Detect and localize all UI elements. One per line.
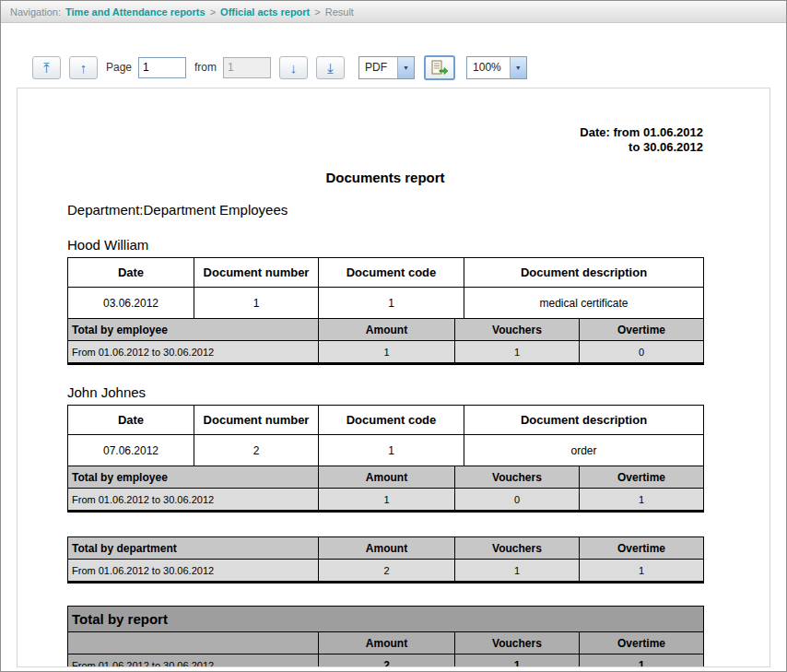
page-label: Page [106,61,132,74]
cell-document-code: 1 [319,288,464,319]
col-header-amount: Amount [319,632,455,654]
col-header-overtime: Overtime [580,632,704,654]
last-page-icon: ⤓ [327,61,334,75]
report-total-label: Total by report [68,607,704,632]
period-label: From 01.06.2012 to 30.06.2012 [68,341,319,364]
department-total-table: Total by department Amount Vouchers Over… [67,536,704,584]
employee-name: Hood William [67,237,703,253]
page-number-input[interactable] [138,57,186,78]
value-vouchers: 1 [455,560,580,583]
cell-document-number: 2 [194,435,319,466]
chevron-down-icon: ▼ [510,57,526,78]
chevron-down-icon: ▼ [397,57,414,78]
total-label: Total by employee [68,466,319,489]
employee-name: John Johnes [67,384,703,400]
col-header-document-number: Document number [194,406,319,435]
export-format-select[interactable]: PDF ▼ [358,56,415,79]
report-total-table: Total by report Amount Vouchers Overtime… [67,606,704,667]
export-button[interactable] [424,55,455,80]
value-amount: 1 [319,489,455,512]
breadcrumb-prefix: Navigation: [10,6,61,18]
col-header-document-code: Document code [319,258,464,288]
col-header-amount: Amount [319,466,455,489]
value-amount: 1 [319,341,455,364]
value-overtime: 1 [580,654,704,668]
breadcrumb-current: Result [325,6,354,18]
value-overtime: 1 [580,489,704,512]
total-pages-field [223,57,271,78]
col-header-overtime: Overtime [580,466,704,489]
department-line: Department:Department Employees [67,202,703,218]
cell-document-number: 1 [194,288,319,319]
col-header-date: Date [68,258,194,288]
col-header-vouchers: Vouchers [455,537,580,560]
total-label: Total by department [68,537,319,560]
col-header-date: Date [68,406,194,435]
date-line-1: Date: from 01.06.2012 [67,125,703,140]
table-header-row: Date Document number Document code Docum… [68,406,704,435]
total-values-row: From 01.06.2012 to 30.06.2012 1 1 0 [68,341,704,364]
value-vouchers: 0 [455,489,580,512]
col-header-document-description: Document description [464,258,704,288]
cell-document-code: 1 [319,435,464,466]
export-icon [431,60,449,76]
next-page-button[interactable]: ↓ [279,56,308,79]
nav-link-time-attendance-reports[interactable]: Time and Attendance reports [65,6,206,18]
period-label: From 01.06.2012 to 30.06.2012 [68,560,319,583]
first-page-button[interactable]: ⤒ [32,56,61,79]
report-content: Date: from 01.06.2012 to 30.06.2012 Docu… [67,125,703,667]
col-header-vouchers: Vouchers [455,632,580,654]
nav-link-official-acts-report[interactable]: Official acts report [220,6,310,18]
total-label: Total by employee [68,319,319,341]
value-overtime: 0 [580,341,704,364]
col-header-document-code: Document code [319,406,464,435]
next-page-icon: ↓ [290,61,298,75]
cell-document-description: medical certificate [464,288,704,319]
total-header-row: Amount Vouchers Overtime [68,632,704,654]
breadcrumb-separator: > [314,6,320,18]
export-format-value: PDF [359,57,397,78]
value-vouchers: 1 [455,341,580,364]
zoom-select[interactable]: 100% ▼ [466,56,527,79]
report-total-title-row: Total by report [68,607,704,632]
cell-date: 03.06.2012 [68,288,194,319]
period-label: From 01.06.2012 to 30.06.2012 [68,489,319,512]
previous-page-button[interactable]: ↑ [69,56,98,79]
period-label: From 01.06.2012 to 30.06.2012 [68,654,319,668]
col-header-document-number: Document number [194,258,319,288]
col-header-amount: Amount [319,319,455,341]
report-viewer: Date: from 01.06.2012 to 30.06.2012 Docu… [17,88,770,667]
total-values-row: From 01.06.2012 to 30.06.2012 1 0 1 [68,489,704,512]
table-row: 07.06.2012 2 1 order [68,435,704,466]
value-vouchers: 1 [455,654,580,668]
total-header-row: Total by employee Amount Vouchers Overti… [68,319,704,341]
breadcrumb-separator: > [210,6,216,18]
zoom-value: 100% [467,57,510,78]
col-header-document-description: Document description [464,406,704,435]
empty-cell [68,632,319,654]
date-line-2: to 30.06.2012 [67,140,703,155]
total-values-row: From 01.06.2012 to 30.06.2012 2 1 1 [68,560,704,583]
documents-table: Date Document number Document code Docum… [67,257,704,319]
col-header-amount: Amount [319,537,455,560]
value-amount: 2 [319,560,455,583]
col-header-overtime: Overtime [580,537,704,560]
col-header-vouchers: Vouchers [455,466,580,489]
report-date-range: Date: from 01.06.2012 to 30.06.2012 [67,125,703,155]
value-overtime: 1 [580,560,704,583]
total-header-row: Total by employee Amount Vouchers Overti… [68,466,704,489]
previous-page-icon: ↑ [80,61,88,75]
employee-total-table: Total by employee Amount Vouchers Overti… [67,318,704,365]
col-header-overtime: Overtime [580,319,704,341]
last-page-button[interactable]: ⤓ [316,56,345,79]
from-label: from [194,61,217,74]
cell-date: 07.06.2012 [68,435,194,466]
table-row: 03.06.2012 1 1 medical certificate [68,288,704,319]
total-header-row: Total by department Amount Vouchers Over… [68,537,704,560]
employee-total-table: Total by employee Amount Vouchers Overti… [67,466,704,513]
documents-table: Date Document number Document code Docum… [67,405,704,466]
first-page-icon: ⤒ [43,61,50,75]
cell-document-description: order [464,435,704,466]
pager-toolbar: ⤒ ↑ Page from ↓ ⤓ PDF ▼ [32,54,786,80]
total-values-row: From 01.06.2012 to 30.06.2012 2 1 1 [68,654,704,668]
